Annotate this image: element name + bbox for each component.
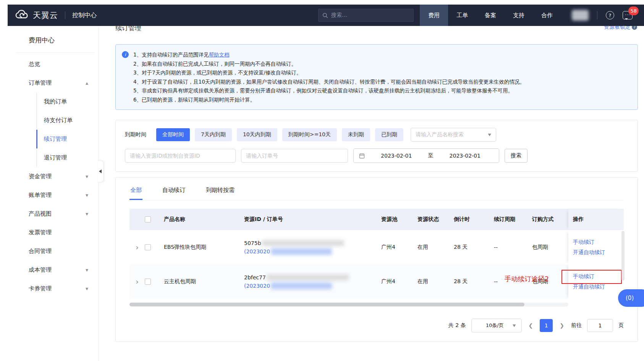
brand[interactable]: 天翼云 [15,10,58,21]
manual-renew-link-highlighted[interactable]: 手动续订 [573,273,594,280]
col-resource-id: 资源ID / 订单号 [244,209,381,230]
main-content: 续订管理 资源被锁定 ? i 1、支持自动续订的产品范围详见帮助文档 2、如果在… [99,26,644,361]
redacted-resource-id [262,240,344,246]
chevron-down-icon: ▼ [488,133,491,137]
nav-item-filing[interactable]: 备案 [476,5,505,26]
tab-auto-renew[interactable]: 自动续订 [162,184,186,200]
nav-item-tickets[interactable]: 工单 [448,5,476,26]
tab-all[interactable]: 全部 [129,184,142,200]
date-range-picker[interactable]: 2023-02-01 至 2023-02-01 [353,148,499,163]
chip-expired[interactable]: 已到期 [375,128,403,141]
notice-line-3: 3、对于7天内到期的资源，或已到期的资源，不支持设置/修改自动续订。 [133,68,525,77]
sidebar-item-funds-management[interactable]: 资金管理 ▼ [8,167,98,186]
resource-id-input[interactable] [125,149,236,163]
sidebar-item-coupon-management[interactable]: 卡券管理 ▼ [8,279,98,298]
cell-order-type: 包周期 [532,230,568,264]
cell-renew-cycle: -- [494,230,532,264]
sidebar-item-order-management[interactable]: 订单管理 ▲ [8,74,98,92]
goto-page-input[interactable] [587,319,613,332]
search-icon [322,13,328,18]
date-from-value[interactable]: 2023-02-01 [368,153,425,159]
chip-all-time[interactable]: 全部时间 [156,128,190,141]
cell-product-name: 云主机包周期 [164,264,244,299]
tab-expire-to-ondemand[interactable]: 到期转按需 [205,184,235,200]
chevron-down-icon: ▼ [513,324,516,327]
cell-resource-status: 在用 [417,264,454,299]
table-row: › 云主机包周期 2bfec77 (2023020 广州4 在用 28 天 --… [129,264,624,299]
notice-line-5: 5、非成套订购但具有绑定或挂载关系的资源，需要分别开通自动续订，例如仅对云硬盘设… [133,86,525,95]
total-count: 共 2 条 [448,322,466,329]
row-checkbox[interactable] [145,244,151,250]
enable-auto-renew-link[interactable]: 开通自动续订 [573,249,605,256]
sidebar-item-pending-orders[interactable]: 待支付订单 [37,111,98,130]
sidebar-item-cost-management[interactable]: 成本管理 ▼ [8,261,98,279]
sidebar-item-product-view[interactable]: 产品视图 ▼ [8,205,98,223]
horizontal-scrollbar-thumb[interactable] [129,303,524,306]
cell-countdown: 28 天 [454,230,494,264]
sidebar: 费用中心 总览 订单管理 ▲ 我的订单 待支付订单 续订管理 退订管理 资金管理… [8,26,99,361]
nav-item-support[interactable]: 支持 [505,5,533,26]
selected-count-pill[interactable]: (0) [618,289,644,307]
page-unit-label: 页 [618,322,624,329]
notice-line-1: 1、支持自动续订的产品范围详见帮助文档 [133,50,525,60]
notice-line-6: 6、已到期的资源，新续订周期从到期时间开始计算。 [133,95,525,105]
cell-product-name: EBS弹性块包周期 [164,230,244,264]
col-product-name: 产品名称 [164,209,244,230]
manual-renew-link[interactable]: 手动续订 [573,239,594,246]
nav-item-billing[interactable]: 费用 [420,5,448,26]
goto-label: 前往 [571,322,582,329]
cell-resource-id: 5075b (2023020 [244,230,381,264]
vertical-scrollbar[interactable] [621,231,625,280]
messages-button[interactable]: ··· 58 [623,11,633,19]
sidebar-collapse-handle[interactable] [98,160,104,182]
nav-item-cooperation[interactable]: 合作 [533,5,561,26]
order-no-link[interactable]: (2023020 [244,248,332,255]
help-doc-link[interactable]: 帮助文档 [209,52,230,58]
sidebar-item-bill-management[interactable]: 账单管理 ▼ [8,186,98,205]
sidebar-item-overview[interactable]: 总览 [8,55,98,74]
prev-page-button[interactable]: ❮ [527,322,535,329]
date-to-value[interactable]: 2023-02-01 [437,153,494,159]
renewal-table-panel: 全部 自动续订 到期转按需 手动续订途径2 产品名称 资源ID / 订单号 资源… [115,177,638,342]
cell-resource-id: 2bfec77 (2023020 [244,264,381,299]
expire-time-label: 到期时间 [125,131,146,138]
table-header-row: 产品名称 资源ID / 订单号 资源池 资源状态 倒计时 续订周期 订购方式 操… [129,209,624,230]
sidebar-item-unsubscribe-management[interactable]: 退订管理 [37,148,98,167]
chip-not-expired[interactable]: 未到期 [342,128,370,141]
chip-expire-ge-10days[interactable]: 到期时间>=10天 [282,128,337,141]
navbar-search-input[interactable]: 搜索... [318,9,414,22]
order-no-link[interactable]: (2023020 [244,282,332,289]
chevron-down-icon: ▼ [86,268,88,272]
enable-auto-renew-link[interactable]: 开通自动续订 [573,284,605,290]
row-checkbox[interactable] [145,279,151,285]
col-countdown: 倒计时 [454,209,494,230]
chevron-down-icon: ▼ [86,287,88,291]
sidebar-item-contract-management[interactable]: 合同管理 [8,242,98,261]
select-all-checkbox[interactable] [145,216,151,222]
redacted-resource-id [267,274,349,280]
sidebar-item-my-orders[interactable]: 我的订单 [37,92,98,111]
order-no-input[interactable] [241,149,348,163]
redacted-order-no [271,282,332,289]
redacted-order-no [271,248,332,255]
sidebar-item-renewal-management[interactable]: 续订管理 [36,130,99,148]
expand-row-icon[interactable]: › [136,278,139,285]
avatar[interactable] [572,10,589,21]
expand-row-icon[interactable]: › [136,244,139,251]
chevron-down-icon: ▼ [86,175,88,179]
info-icon: i [122,51,129,58]
help-icon[interactable]: ? [606,11,614,19]
page-size-select[interactable]: 10条/页 ▼ [471,319,522,332]
renewal-table: 手动续订途径2 产品名称 资源ID / 订单号 资源池 资源状态 倒计时 续订周… [129,209,624,299]
sidebar-item-invoice-management[interactable]: 发票管理 [8,223,98,242]
cell-resource-status: 在用 [417,230,454,264]
cell-countdown: 28 天 [454,264,494,299]
search-button[interactable]: 搜索 [505,149,527,163]
product-name-select[interactable]: 请输入产品名称搜索 ▼ [411,128,496,142]
chip-expire-7days[interactable]: 7天内到期 [195,128,232,141]
next-page-button[interactable]: ❯ [558,322,566,329]
console-label[interactable]: 控制中心 [72,11,97,19]
notice-box: i 1、支持自动续订的产品范围详见帮助文档 2、如果在自动续订前已完成人工续订，… [115,44,638,110]
chip-expire-10days[interactable]: 10天内到期 [237,128,277,141]
page-number-current[interactable]: 1 [540,319,553,332]
